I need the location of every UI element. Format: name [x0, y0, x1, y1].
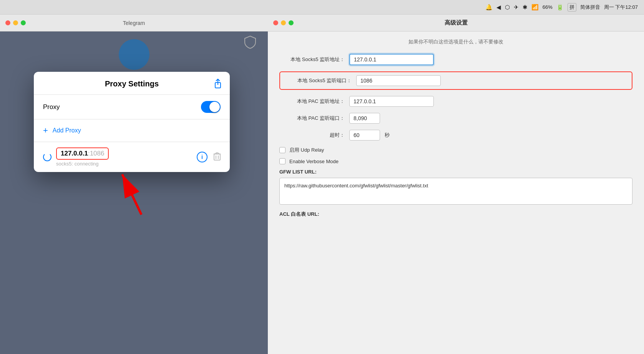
location-icon: ◀	[496, 4, 501, 11]
proxy-share-button[interactable]	[214, 79, 222, 90]
gfw-label: GFW LIST URL:	[279, 169, 632, 175]
verbose-mode-checkbox[interactable]	[279, 158, 285, 164]
timeout-row: 超时： 秒	[279, 130, 632, 141]
proxy-label: Proxy	[43, 103, 60, 111]
proxy-toggle[interactable]	[201, 101, 221, 113]
settings-window-title: 高级设置	[445, 19, 468, 26]
toggle-knob	[209, 102, 220, 112]
add-proxy-row[interactable]: + Add Proxy	[34, 119, 230, 142]
telegram-window: Telegram Proxy Settings	[0, 15, 268, 354]
proxy-status: socks5: connecting	[56, 161, 191, 167]
notification-icon: 🔔	[485, 4, 493, 11]
proxy-header: Proxy Settings	[34, 72, 230, 95]
settings-minimize-button[interactable]	[281, 20, 286, 25]
socks5-addr-label: 本地 Socks5 监听地址：	[279, 56, 345, 63]
pac-port-input[interactable]	[349, 113, 380, 124]
timeout-input[interactable]	[349, 130, 380, 141]
pac-addr-row: 本地 PAC 监听地址：	[279, 96, 632, 107]
svg-line-10	[122, 174, 141, 215]
settings-close-button[interactable]	[273, 20, 278, 25]
pac-addr-label: 本地 PAC 监听地址：	[279, 98, 345, 105]
window-controls	[5, 20, 26, 25]
socks5-port-input[interactable]	[356, 75, 441, 86]
svg-rect-2	[214, 154, 220, 160]
proxy-title: Proxy Settings	[105, 79, 159, 88]
settings-window-controls	[273, 20, 294, 25]
settings-window: 高级设置 如果你不明白这些选项是什么，请不要修改 本地 Socks5 监听地址：…	[268, 15, 644, 354]
annotation-arrow	[111, 167, 157, 218]
socks5-port-row: 本地 Socks5 监听端口：	[279, 71, 632, 90]
proxy-item-info: 127.0.0.1 :1086 socks5: connecting	[56, 147, 191, 167]
udp-relay-checkbox[interactable]	[279, 147, 285, 153]
pac-port-row: 本地 PAC 监听端口：	[279, 113, 632, 124]
close-button[interactable]	[5, 20, 10, 25]
telegram-background: Proxy Settings Proxy + Add Proxy	[0, 31, 268, 354]
battery-level: 66%	[543, 4, 553, 10]
menubar-right: 🔔 ◀ ⬡ ✈ ✱ 📶 66% 🔋 拼 简体拼音 周一 下午12:07	[485, 3, 638, 12]
pac-port-label: 本地 PAC 监听端口：	[279, 115, 345, 122]
proxy-info-button[interactable]: i	[197, 152, 207, 162]
settings-maximize-button[interactable]	[289, 20, 294, 25]
settings-body: 如果你不明白这些选项是什么，请不要修改 本地 Socks5 监听地址： 本地 S…	[268, 31, 644, 354]
timeout-unit: 秒	[385, 132, 390, 139]
ime-name: 简体拼音	[580, 4, 600, 11]
telegram-window-title: Telegram	[123, 20, 145, 26]
send-icon: ✈	[514, 4, 519, 11]
proxy-item-row: 127.0.0.1 :1086 socks5: connecting i	[34, 142, 230, 172]
shield-icon	[244, 35, 256, 51]
proxy-port: :1086	[88, 150, 105, 157]
add-proxy-plus-icon: +	[43, 126, 48, 136]
acl-label: ACL 白名表 URL:	[279, 211, 632, 218]
battery-icon: 🔋	[556, 4, 564, 11]
socks5-addr-row: 本地 Socks5 监听地址：	[279, 54, 632, 65]
menubar: 🔔 ◀ ⬡ ✈ ✱ 📶 66% 🔋 拼 简体拼音 周一 下午12:07	[0, 0, 644, 15]
screencapture-icon: ⬡	[505, 4, 510, 11]
minimize-button[interactable]	[13, 20, 18, 25]
proxy-connecting-spinner	[43, 153, 51, 161]
pac-addr-input[interactable]	[349, 96, 434, 107]
ime-icon: 拼	[568, 3, 576, 12]
settings-subtitle: 如果你不明白这些选项是什么，请不要修改	[279, 38, 632, 45]
proxy-ip: 127.0.0.1	[61, 150, 88, 157]
verbose-mode-row: Enable Verbose Mode	[279, 158, 632, 164]
telegram-titlebar: Telegram	[0, 15, 268, 31]
settings-titlebar: 高级设置	[268, 15, 644, 31]
gfw-url-box[interactable]: https://raw.githubusercontent.com/gfwlis…	[279, 178, 632, 205]
socks5-addr-input[interactable]	[349, 54, 434, 65]
proxy-item-actions: i	[197, 152, 221, 162]
udp-relay-row: 启用 Udp Relay	[279, 147, 632, 154]
proxy-address-box: 127.0.0.1 :1086	[56, 147, 109, 160]
verbose-mode-label: Enable Verbose Mode	[289, 159, 339, 164]
add-proxy-label: Add Proxy	[53, 127, 81, 134]
proxy-delete-button[interactable]	[214, 152, 221, 162]
bluetooth-icon: ✱	[523, 4, 528, 11]
menubar-time: 周一 下午12:07	[604, 4, 638, 11]
proxy-settings-popup: Proxy Settings Proxy + Add Proxy	[34, 72, 230, 172]
socks5-port-label: 本地 Socks5 监听端口：	[286, 77, 352, 84]
proxy-toggle-row: Proxy	[34, 95, 230, 119]
udp-relay-label: 启用 Udp Relay	[289, 147, 324, 154]
maximize-button[interactable]	[21, 20, 26, 25]
wifi-icon: 📶	[531, 4, 539, 11]
proxy-item-address: 127.0.0.1 :1086	[56, 147, 191, 160]
timeout-label: 超时：	[279, 132, 345, 139]
telegram-avatar	[119, 39, 149, 70]
